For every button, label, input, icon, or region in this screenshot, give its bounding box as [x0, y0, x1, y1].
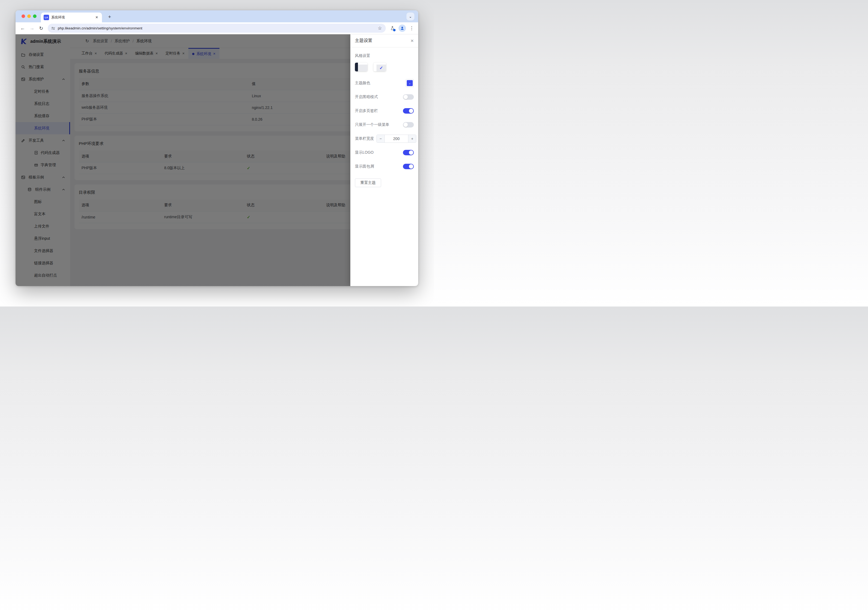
reset-theme-button[interactable]: 重置主题: [355, 178, 381, 187]
traffic-close-icon[interactable]: [22, 14, 25, 18]
single-menu-label: 只展开一个一级菜单: [355, 122, 389, 127]
theme-color-label: 主题颜色: [355, 80, 370, 85]
swatch-dark-sidebar-bar: [355, 63, 358, 71]
tune-icon: [51, 26, 55, 31]
forward-icon[interactable]: →: [28, 24, 36, 33]
multi-tab-row: 开启多页签栏: [355, 107, 414, 115]
browser-menu-kebab-icon[interactable]: ⋮: [408, 25, 415, 31]
decrease-button[interactable]: −: [377, 135, 384, 142]
multi-tab-toggle[interactable]: [403, 108, 414, 114]
toggle-knob: [403, 122, 408, 127]
toolbar-right: ⋮: [388, 24, 415, 33]
menu-width-input[interactable]: [384, 135, 408, 142]
swatch-light-sidebar-bar: [374, 63, 377, 71]
back-icon[interactable]: ←: [18, 24, 27, 33]
dark-mode-label: 开启黑暗模式: [355, 94, 378, 99]
drawer-header: 主题设置 ✕: [350, 34, 418, 47]
multi-tab-label: 开启多页签栏: [355, 108, 378, 113]
address-bar[interactable]: php.likeadmin.cn/admin/setting/system/en…: [48, 24, 386, 33]
toggle-knob: [409, 164, 413, 169]
style-option-light-sidebar-selected[interactable]: ✓: [374, 63, 386, 71]
dark-mode-row: 开启黑暗模式: [355, 93, 414, 101]
bookmark-star-icon[interactable]: ☆: [376, 25, 384, 31]
window-controls: [22, 14, 37, 18]
traffic-maximize-icon[interactable]: [33, 14, 37, 18]
new-tab-button[interactable]: +: [106, 14, 113, 21]
theme-color-row: 主题颜色 ⌄: [355, 79, 414, 87]
browser-toolbar: ← → ↻ php.likeadmin.cn/admin/setting/sys…: [16, 22, 418, 34]
site-favicon: LA: [43, 15, 49, 20]
show-breadcrumb-toggle[interactable]: [403, 164, 414, 169]
toggle-knob: [409, 109, 413, 113]
page-viewport: admin系统演示 存储设置 热门搜索 系统维护: [16, 34, 418, 286]
style-swatches: ✓: [355, 63, 414, 71]
color-swatch-chevron-icon: ⌄: [407, 80, 413, 86]
flask-badge-dot: [393, 29, 395, 31]
url-text[interactable]: php.likeadmin.cn/admin/setting/system/en…: [58, 26, 373, 30]
show-breadcrumb-row: 显示面包屑: [355, 163, 414, 170]
single-menu-toggle[interactable]: [403, 122, 414, 127]
profile-avatar[interactable]: [398, 25, 406, 32]
increase-button[interactable]: +: [408, 135, 416, 142]
show-logo-toggle[interactable]: [403, 150, 414, 155]
tab-search-chevron-icon[interactable]: ⌄: [406, 12, 414, 20]
experiments-flask-icon[interactable]: [388, 24, 397, 33]
browser-tabstrip: LA 系统环境 ✕ + ⌄: [16, 10, 418, 22]
person-icon: [400, 26, 405, 31]
color-picker[interactable]: ⌄: [406, 79, 414, 87]
reload-icon[interactable]: ↻: [37, 24, 45, 33]
traffic-minimize-icon[interactable]: [27, 14, 31, 18]
selected-check-icon: ✓: [377, 65, 386, 71]
browser-window: LA 系统环境 ✕ + ⌄ ← → ↻ php.likeadmin.cn/adm…: [16, 10, 418, 286]
drawer-body: 风格设置 ✓ 主题颜色 ⌄: [350, 47, 418, 286]
style-settings-label: 风格设置: [355, 53, 414, 58]
drawer-title: 主题设置: [355, 38, 372, 43]
toggle-knob: [409, 150, 413, 155]
style-option-dark-sidebar[interactable]: [355, 63, 367, 71]
toggle-knob: [403, 95, 408, 99]
theme-settings-drawer: 主题设置 ✕ 风格设置 ✓ 主题颜色: [350, 34, 418, 286]
show-breadcrumb-label: 显示面包屑: [355, 164, 374, 169]
dark-mode-toggle[interactable]: [403, 94, 414, 100]
menu-width-row: 菜单栏宽度 − +: [355, 135, 414, 143]
single-menu-row: 只展开一个一级菜单: [355, 121, 414, 129]
menu-width-stepper: − +: [377, 135, 416, 143]
show-logo-row: 显示LOGO: [355, 149, 414, 157]
tab-close-icon[interactable]: ✕: [95, 15, 99, 20]
browser-tab-title: 系统环境: [51, 15, 92, 20]
browser-tab[interactable]: LA 系统环境 ✕: [41, 12, 102, 22]
show-logo-label: 显示LOGO: [355, 150, 374, 155]
menu-width-label: 菜单栏宽度: [355, 136, 374, 141]
close-icon[interactable]: ✕: [410, 39, 414, 43]
